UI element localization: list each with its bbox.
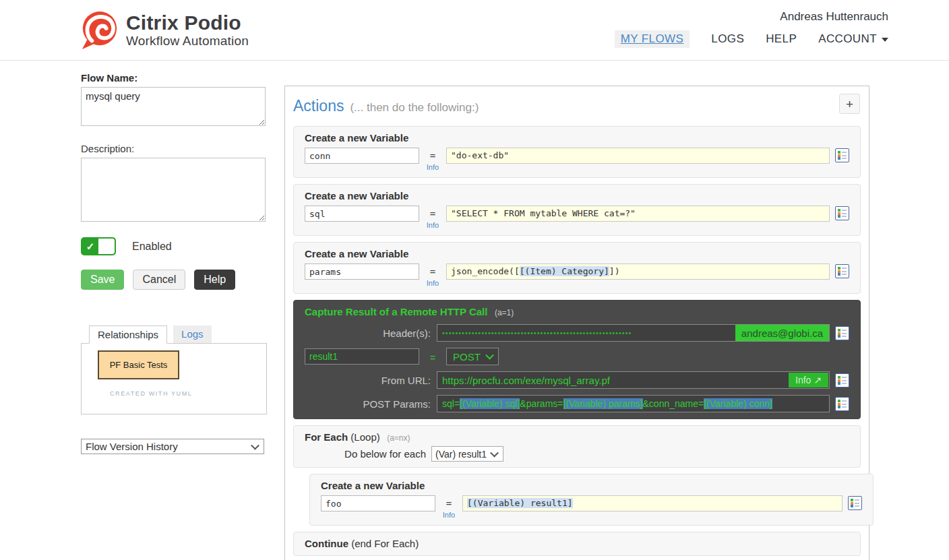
variable-name-input[interactable]	[305, 263, 419, 280]
description-textarea[interactable]	[81, 158, 266, 222]
variable-name-input[interactable]	[321, 495, 435, 511]
headers-account-badge: andreas@globi.ca	[735, 325, 829, 341]
variable-value-field[interactable]: "do-ext-db"	[446, 148, 830, 164]
post-params-label: POST Params:	[305, 398, 437, 410]
headers-label: Header(s):	[305, 328, 437, 339]
user-name: Andreas Huttenrauch	[615, 10, 888, 24]
url-value: https://procfu.com/exe/mysql_array.pf	[442, 375, 610, 386]
nav-my-flows[interactable]: MY FLOWS	[615, 30, 690, 48]
equals-sign: =	[419, 266, 446, 278]
token-picker-icon[interactable]	[835, 264, 849, 278]
top-header: Citrix Podio Workflow Automation Andreas…	[0, 0, 949, 61]
info-link[interactable]: Info	[419, 163, 446, 171]
tab-logs[interactable]: Logs	[173, 325, 212, 343]
enabled-label: Enabled	[132, 241, 172, 253]
token-picker-icon[interactable]	[848, 496, 862, 510]
nav-help[interactable]: HELP	[766, 32, 797, 46]
podio-logo-icon	[80, 10, 119, 51]
brand: Citrix Podio Workflow Automation	[80, 10, 249, 51]
save-button[interactable]: Save	[81, 270, 124, 290]
foreach-row-label: Do below for each	[305, 448, 426, 460]
foreach-source-select[interactable]: (Var) result1	[431, 446, 503, 462]
flow-name-textarea[interactable]: mysql query	[81, 87, 266, 126]
card-title: Create a new Variable	[305, 248, 849, 259]
brand-subtitle: Workflow Automation	[126, 34, 249, 49]
relationships-diagram: PF Basic Tests CREATED WITH YUML	[81, 343, 267, 414]
equals-sign: =	[419, 208, 446, 220]
enabled-row: ✓ Enabled	[81, 237, 267, 255]
action-card-for-each: For Each (Loop) (a=nx) Do below for each…	[293, 425, 861, 468]
masked-value: ••••••••••••••••••••••••••••••••••••••••…	[442, 329, 632, 337]
equals-sign: =	[435, 497, 462, 509]
actions-panel: Actions (... then do the following:) + C…	[284, 86, 869, 560]
flow-version-history-wrap: Flow Version History	[81, 439, 264, 454]
variable-value-field[interactable]: "SELECT * FROM mytable WHERE cat=?"	[446, 206, 830, 222]
help-button[interactable]: Help	[194, 270, 235, 290]
action-badge: (a=1)	[495, 308, 514, 317]
token-picker-icon[interactable]	[835, 206, 849, 220]
variable-value-field[interactable]: [(Variable) result1]	[462, 495, 843, 511]
foreach-select-wrap: (Var) result1	[426, 446, 503, 462]
sidebar: Flow Name: mysql query Description: ✓ En…	[81, 72, 267, 454]
http-method-select[interactable]: POST	[446, 348, 499, 365]
headers-field[interactable]: ••••••••••••••••••••••••••••••••••••••••…	[437, 324, 830, 342]
token-picker-icon[interactable]	[835, 373, 849, 387]
token-picker-icon[interactable]	[835, 397, 849, 411]
card-title: Create a new Variable	[305, 190, 849, 201]
actions-subtitle: (... then do the following:)	[350, 101, 479, 115]
info-link[interactable]: Info	[419, 221, 446, 229]
from-url-label: From URL:	[305, 375, 437, 386]
actions-title: Actions	[293, 97, 344, 115]
brand-text: Citrix Podio Workflow Automation	[126, 12, 249, 49]
equals-sign: =	[419, 150, 446, 162]
equals-sign: =	[419, 352, 446, 364]
header-right: Andreas Huttenrauch MY FLOWS LOGS HELP A…	[615, 10, 888, 48]
actions-header: Actions (... then do the following:)	[293, 97, 861, 115]
toggle-knob	[98, 239, 115, 254]
card-title: Continue	[305, 538, 348, 549]
card-title-suffix: (Loop)	[348, 431, 380, 443]
card-title: Create a new Variable	[321, 480, 862, 491]
card-title: Capture Result of a Remote HTTP Call	[305, 306, 487, 317]
method-select-wrap: POST	[446, 348, 499, 365]
nav-logs[interactable]: LOGS	[711, 32, 744, 46]
info-link[interactable]: Info	[435, 511, 462, 519]
token-picker-icon[interactable]	[835, 148, 849, 162]
action-card-create-variable-sql: Create a new Variable =Info "SELECT * FR…	[293, 184, 861, 236]
action-card-create-variable-conn: Create a new Variable =Info "do-ext-db"	[293, 126, 861, 178]
action-badge: (a=nx)	[387, 433, 410, 443]
info-link[interactable]: Info	[419, 279, 446, 287]
tab-relationships[interactable]: Relationships	[89, 325, 167, 344]
button-row: Save Cancel Help	[81, 270, 267, 290]
main-nav: MY FLOWS LOGS HELP ACCOUNT	[615, 30, 888, 48]
add-action-button[interactable]: +	[839, 94, 860, 114]
post-params-field[interactable]: sql=[(Variable) sql]&params=[(Variable) …	[437, 395, 830, 412]
description-label: Description:	[81, 143, 267, 154]
url-field[interactable]: https://procfu.com/exe/mysql_array.pf In…	[437, 371, 830, 389]
chevron-down-icon	[882, 38, 888, 42]
action-card-create-variable-params: Create a new Variable =Info json_encode(…	[293, 242, 861, 294]
nav-account[interactable]: ACCOUNT	[818, 32, 888, 46]
yuml-credit: CREATED WITH YUML	[110, 390, 266, 397]
nav-account-label: ACCOUNT	[818, 32, 877, 45]
action-card-continue: Continue (end For Each)	[293, 532, 861, 556]
variable-value-field[interactable]: json_encode([[(Item) Category]])	[446, 263, 830, 280]
flow-version-history-select[interactable]: Flow Version History	[81, 439, 264, 454]
action-card-create-variable-foo: Create a new Variable =Info [(Variable) …	[309, 474, 874, 526]
page: Citrix Podio Workflow Automation Andreas…	[0, 0, 949, 560]
card-title-suffix: (end For Each)	[348, 538, 419, 549]
enabled-toggle[interactable]: ✓	[81, 237, 116, 255]
variable-name-input[interactable]	[305, 148, 419, 164]
checkmark-icon: ✓	[82, 239, 98, 254]
diagram-node-pf-basic-tests[interactable]: PF Basic Tests	[98, 350, 179, 379]
brand-title: Citrix Podio	[126, 12, 249, 34]
variable-name-input[interactable]	[305, 206, 419, 222]
flow-name-label: Flow Name:	[81, 72, 267, 84]
action-card-remote-http-call: Capture Result of a Remote HTTP Call (a=…	[293, 300, 861, 419]
sidebar-tabs: Relationships Logs	[81, 325, 267, 343]
result-variable-input[interactable]	[305, 348, 419, 365]
url-info-badge[interactable]: Info ↗	[789, 373, 828, 387]
card-title: For Each	[305, 431, 348, 443]
cancel-button[interactable]: Cancel	[133, 270, 185, 290]
token-picker-icon[interactable]	[835, 326, 849, 340]
